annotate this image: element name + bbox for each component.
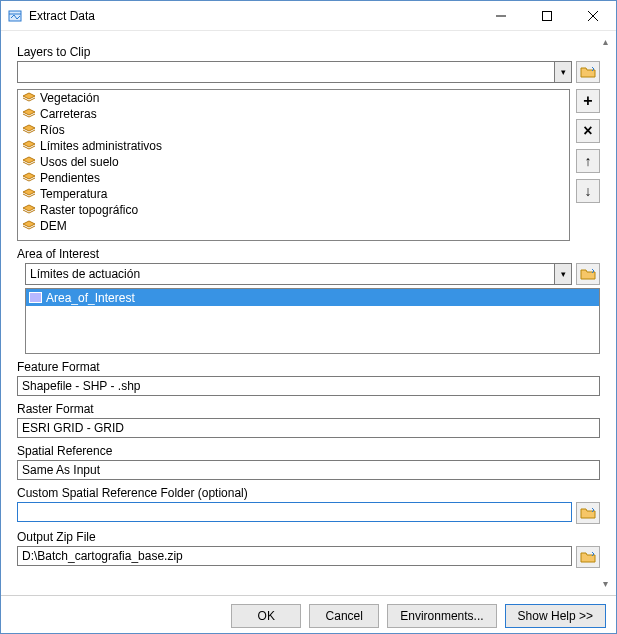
chevron-down-icon[interactable] — [554, 264, 571, 284]
raster-format-label: Raster Format — [17, 402, 600, 416]
layers-combo[interactable] — [17, 61, 572, 83]
cancel-button[interactable]: Cancel — [309, 604, 379, 628]
layers-to-clip-label: Layers to Clip — [17, 45, 600, 59]
layers-listbox[interactable]: VegetaciónCarreterasRíosLímites administ… — [17, 89, 570, 241]
layer-list-item[interactable]: Vegetación — [18, 90, 569, 106]
layer-icon — [22, 172, 38, 184]
layer-item-label: Pendientes — [40, 171, 100, 185]
dialog-body: ▴ ▾ Layers to Clip VegetaciónCarreterasR… — [1, 31, 616, 595]
layer-icon — [22, 156, 38, 168]
layer-item-label: Vegetación — [40, 91, 99, 105]
dialog-footer: OK Cancel Environments... Show Help >> — [1, 595, 616, 634]
svg-rect-2 — [543, 11, 552, 20]
layer-list-item[interactable]: Carreteras — [18, 106, 569, 122]
custom-sr-label: Custom Spatial Reference Folder (optiona… — [17, 486, 600, 500]
scroll-down-icon: ▾ — [603, 577, 608, 591]
layer-list-item[interactable]: Temperatura — [18, 186, 569, 202]
scroll-up-icon: ▴ — [603, 35, 608, 49]
maximize-button[interactable] — [524, 1, 570, 31]
output-zip-label: Output Zip File — [17, 530, 600, 544]
layer-icon — [22, 124, 38, 136]
layer-item-label: Raster topográfico — [40, 203, 138, 217]
environments-button[interactable]: Environments... — [387, 604, 496, 628]
aoi-item-label: Area_of_Interest — [46, 291, 135, 305]
aoi-list-item[interactable]: Area_of_Interest — [26, 289, 599, 306]
show-help-button[interactable]: Show Help >> — [505, 604, 606, 628]
spatial-ref-input[interactable] — [17, 460, 600, 480]
app-icon — [7, 8, 23, 24]
window-title: Extract Data — [29, 9, 95, 23]
vertical-scrollbar[interactable]: ▴ ▾ — [596, 35, 614, 591]
aoi-combo[interactable]: Límites de actuación — [25, 263, 572, 285]
polygon-icon — [29, 292, 42, 303]
layer-item-label: Carreteras — [40, 107, 97, 121]
feature-format-label: Feature Format — [17, 360, 600, 374]
layer-list-item[interactable]: Ríos — [18, 122, 569, 138]
spatial-ref-label: Spatial Reference — [17, 444, 600, 458]
layer-item-label: Usos del suelo — [40, 155, 119, 169]
layer-item-label: Límites administrativos — [40, 139, 162, 153]
layer-icon — [22, 140, 38, 152]
layer-list-item[interactable]: Usos del suelo — [18, 154, 569, 170]
layer-list-item[interactable]: Raster topográfico — [18, 202, 569, 218]
ok-button[interactable]: OK — [231, 604, 301, 628]
output-zip-input[interactable] — [17, 546, 572, 566]
titlebar: Extract Data — [1, 1, 616, 31]
aoi-listbox[interactable]: Area_of_Interest — [25, 288, 600, 354]
layer-icon — [22, 220, 38, 232]
layer-item-label: Temperatura — [40, 187, 107, 201]
layer-icon — [22, 108, 38, 120]
layer-list-item[interactable]: Pendientes — [18, 170, 569, 186]
aoi-label: Area of Interest — [17, 247, 600, 261]
layer-icon — [22, 92, 38, 104]
close-button[interactable] — [570, 1, 616, 31]
raster-format-input[interactable] — [17, 418, 600, 438]
layer-icon — [22, 204, 38, 216]
aoi-combo-value: Límites de actuación — [26, 267, 144, 281]
layer-icon — [22, 188, 38, 200]
layer-list-item[interactable]: DEM — [18, 218, 569, 234]
feature-format-input[interactable] — [17, 376, 600, 396]
minimize-button[interactable] — [478, 1, 524, 31]
custom-sr-input[interactable] — [17, 502, 572, 522]
layer-item-label: DEM — [40, 219, 67, 233]
layer-list-item[interactable]: Límites administrativos — [18, 138, 569, 154]
layer-item-label: Ríos — [40, 123, 65, 137]
chevron-down-icon[interactable] — [554, 62, 571, 82]
